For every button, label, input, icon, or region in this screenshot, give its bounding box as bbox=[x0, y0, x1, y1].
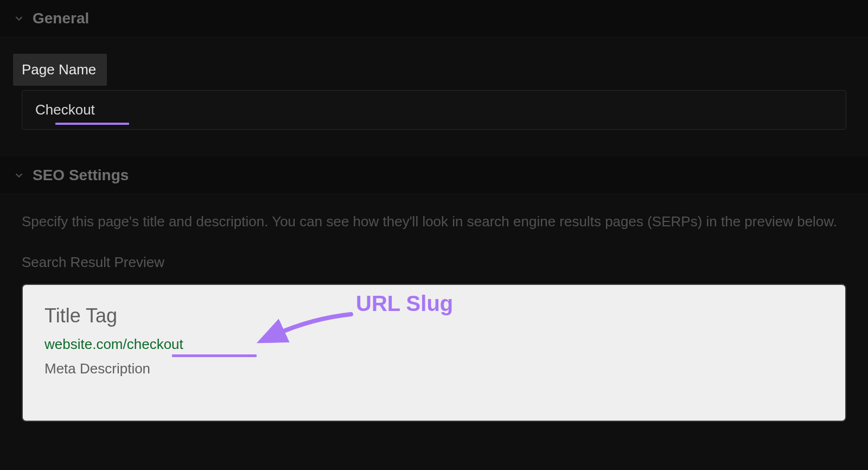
annotation-underline bbox=[55, 123, 129, 125]
general-section-header[interactable]: General bbox=[0, 0, 868, 37]
seo-section-body: Specify this page's title and descriptio… bbox=[0, 194, 868, 438]
preview-label: Search Result Preview bbox=[22, 254, 846, 271]
general-section-body: Page Name bbox=[0, 37, 868, 157]
seo-section-title: SEO Settings bbox=[33, 167, 129, 184]
preview-url: website.com/checkout bbox=[44, 336, 183, 352]
annotation-underline bbox=[172, 354, 257, 357]
preview-meta-description: Meta Description bbox=[44, 360, 824, 377]
page-name-input[interactable] bbox=[22, 90, 846, 130]
preview-title-tag: Title Tag bbox=[44, 304, 824, 327]
general-section-title: General bbox=[33, 10, 89, 27]
page-name-label: Page Name bbox=[22, 61, 96, 78]
chevron-down-icon bbox=[13, 12, 25, 24]
search-result-preview: Title Tag website.com/checkout Meta Desc… bbox=[22, 284, 846, 422]
seo-help-text: Specify this page's title and descriptio… bbox=[22, 211, 846, 232]
chevron-down-icon bbox=[13, 169, 25, 181]
seo-section-header[interactable]: SEO Settings bbox=[0, 157, 868, 194]
page-name-label-wrap: Page Name bbox=[13, 54, 107, 86]
